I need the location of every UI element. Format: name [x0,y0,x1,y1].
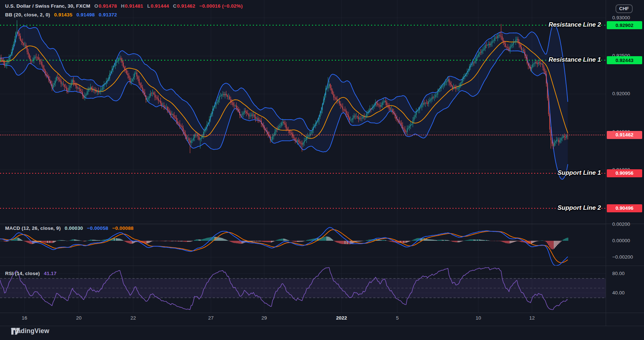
tradingview-chart-window: U.S. Dollar / Swiss Franc, 30, FXCM O0.9… [0,0,644,340]
bb-lower-value: 0.91372 [99,12,117,18]
low-value: 0.91444 [151,3,169,9]
macd-tick-−0.00200: −0.00200 [612,254,633,260]
support-line-2-price-label: 0.90496 [607,204,642,212]
macd-line-value: −0.00058 [87,225,108,231]
close-label: C [173,3,177,9]
last-price-line[interactable] [0,135,606,135]
support-line-1-label[interactable]: Support Line 1 [558,169,601,177]
high-value: 0.91481 [125,3,143,9]
footer-border [0,326,644,326]
support-line-1-line[interactable] [0,173,606,174]
bb-basis-value: 0.91435 [54,12,72,18]
time-tick-12: 12 [529,315,535,321]
last-price-price-label: 0.91462 [607,131,642,139]
support-line-2-label[interactable]: Support Line 2 [558,204,601,212]
pane-divider-rsi[interactable] [0,266,644,266]
price-tick-0.92000: 0.92000 [612,91,630,96]
time-tick-5: 5 [396,315,399,321]
tradingview-logo-icon [11,327,20,336]
resistance-line-2-price-label: 0.92902 [607,21,642,29]
time-tick-2022: 2022 [336,315,347,321]
time-tick-20: 20 [76,315,81,321]
support-line-2-line[interactable] [0,208,606,209]
change-value: −0.00016 (−0.02%) [199,3,243,9]
macd-hist-value: 0.00030 [65,225,83,231]
price-tick-0.93000: 0.93000 [612,15,630,20]
macd-line [0,227,568,266]
time-tick-27: 27 [208,315,213,321]
high-label: H [121,3,124,9]
price-pane-canvas[interactable] [0,0,606,224]
resistance-line-2-line[interactable] [0,25,606,26]
rsi-pane-canvas[interactable] [0,266,606,313]
macd-signal-value: −0.00088 [112,225,134,231]
macd-tick-0.00200: 0.00200 [612,221,630,227]
macd-title[interactable]: MACD (12, 26, close, 9) [5,225,61,231]
pane-divider-macd[interactable] [0,224,644,224]
resistance-line-2-label[interactable]: Resistance Line 2 [548,21,601,28]
time-tick-29: 29 [261,315,267,321]
macd-tick-0.00000: 0.00000 [612,238,630,243]
symbol-title[interactable]: U.S. Dollar / Swiss Franc, 30, FXCM [5,3,90,9]
time-tick-10: 10 [475,315,481,321]
macd-signal-line [0,229,568,263]
price-axis-border [606,0,606,326]
bollinger-fill [0,24,568,179]
time-tick-22: 22 [130,315,136,321]
support-line-1-price-label: 0.90956 [607,169,642,177]
rsi-value: 41.17 [44,271,57,276]
open-label: O [95,3,99,9]
tradingview-logo[interactable]: TradingView [11,327,49,335]
resistance-line-1-line[interactable] [0,60,606,61]
symbol-legend[interactable]: U.S. Dollar / Swiss Franc, 30, FXCM O0.9… [5,3,245,9]
grid-lines [24,0,532,224]
resistance-line-1-price-label: 0.92443 [607,56,642,64]
bb-title[interactable]: BB (20, close, 2, 0) [5,12,50,18]
low-label: L [147,3,150,9]
time-tick-16: 16 [22,315,27,321]
macd-legend[interactable]: MACD (12, 26, close, 9) 0.00030 −0.00058… [5,225,136,231]
rsi-title[interactable]: RSI (14, close) [5,271,40,276]
open-value: 0.91478 [99,3,117,9]
bb-legend[interactable]: BB (20, close, 2, 0) 0.91435 0.91498 0.9… [5,12,120,18]
time-axis-border [0,313,644,313]
close-value: 0.91462 [177,3,195,9]
rsi-tick-40.00: 40.00 [612,290,625,295]
bb-upper-value: 0.91498 [76,12,95,18]
rsi-legend[interactable]: RSI (14, close) 41.17 [5,271,59,276]
currency-badge[interactable]: CHF [616,4,633,13]
rsi-tick-80.00: 80.00 [612,271,625,276]
resistance-line-1-label[interactable]: Resistance Line 1 [548,56,601,63]
